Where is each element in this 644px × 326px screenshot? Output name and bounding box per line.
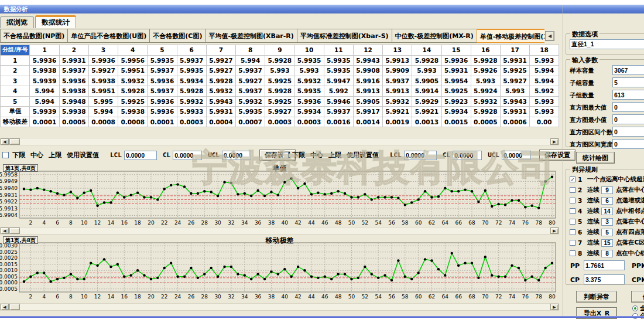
table-cell[interactable]: 5.9931 (206, 107, 235, 117)
data-point[interactable] (491, 205, 493, 208)
table-cell[interactable]: 5.9925 (265, 96, 294, 107)
table-cell[interactable]: 5.9905 (353, 96, 382, 107)
table-cell[interactable]: 5.9943 (500, 96, 529, 107)
rule-checkbox[interactable] (570, 208, 576, 214)
data-point[interactable] (129, 274, 132, 276)
save-image-button[interactable]: 保 (631, 291, 644, 303)
data-point[interactable] (176, 183, 179, 185)
table-cell[interactable]: 5.9924 (471, 86, 500, 97)
table-cell[interactable]: 0.0019 (383, 117, 412, 127)
table-cell[interactable]: 5.994 (530, 66, 559, 76)
radio-selected-icon[interactable] (632, 305, 638, 311)
rule-checkbox[interactable] (570, 229, 576, 235)
table-cell[interactable]: 5.9928 (265, 55, 294, 66)
data-point[interactable] (223, 266, 225, 268)
data-point[interactable] (324, 193, 326, 195)
scroll-right-icon[interactable]: ▶ (550, 304, 559, 310)
table-cell[interactable]: 0.0005 (471, 117, 500, 127)
table-cell[interactable]: 5.993 (412, 66, 441, 76)
table-cell[interactable]: 5.993 (500, 86, 529, 97)
radio-option-1[interactable]: 全 (632, 304, 644, 313)
data-point[interactable] (377, 196, 379, 198)
data-point[interactable] (136, 192, 139, 194)
cl-input[interactable] (453, 151, 482, 160)
data-point[interactable] (109, 266, 112, 268)
data-point[interactable] (223, 181, 225, 184)
data-point[interactable] (256, 273, 259, 275)
subtab[interactable]: 平均值标准差控制图(Xbar-S) (297, 29, 392, 43)
data-point[interactable] (404, 276, 406, 278)
table-cell[interactable]: 0.0013 (412, 117, 441, 127)
table-cell[interactable]: 5.9931 (441, 66, 471, 76)
chart-scrollbar-thumb[interactable] (9, 304, 20, 310)
data-point[interactable] (256, 189, 259, 192)
table-cell[interactable]: 5.9913 (383, 55, 412, 66)
table-cell[interactable]: 5.9928 (412, 55, 441, 66)
data-point[interactable] (230, 266, 232, 268)
data-point[interactable] (410, 278, 413, 280)
judge-anomaly-button[interactable]: 判断异常 (576, 291, 617, 303)
data-point[interactable] (350, 196, 352, 198)
table-cell[interactable]: 5.9927 (236, 76, 265, 86)
table-cell[interactable]: 0.0001 (148, 117, 177, 127)
data-point[interactable] (217, 195, 219, 197)
table-cell[interactable]: 5.9928 (206, 76, 235, 86)
data-point[interactable] (518, 267, 520, 269)
param-input[interactable] (612, 65, 644, 75)
table-cell[interactable]: 5.9951 (88, 86, 118, 97)
data-point[interactable] (457, 190, 460, 192)
data-point[interactable] (424, 258, 426, 260)
table-cell[interactable]: 5.9937 (148, 86, 177, 97)
data-point[interactable] (263, 278, 266, 280)
data-point[interactable] (63, 193, 65, 196)
data-point[interactable] (83, 278, 85, 280)
table-cell[interactable]: 5.9954 (441, 76, 471, 86)
rule-count-input[interactable] (601, 229, 613, 236)
table-cell[interactable]: 5.9938 (59, 86, 88, 97)
data-point[interactable] (56, 192, 59, 195)
table-cell[interactable]: 5.9916 (353, 76, 382, 86)
table-cell[interactable]: 0.0007 (236, 117, 265, 127)
data-point[interactable] (70, 273, 72, 275)
table-cell[interactable]: 0.0003 (294, 117, 324, 127)
subtab[interactable]: 中位数-极差控制图(MX-R) (392, 29, 477, 43)
table-cell[interactable]: 5.995 (88, 96, 118, 107)
table-cell[interactable]: 5.9932 (118, 76, 148, 86)
table-cell[interactable]: 5.994 (88, 107, 118, 117)
data-point[interactable] (531, 276, 533, 278)
data-point[interactable] (544, 180, 546, 182)
data-point[interactable] (383, 274, 386, 276)
table-cell[interactable]: 5.9935 (148, 55, 177, 66)
data-point[interactable] (357, 277, 359, 279)
data-point[interactable] (183, 276, 186, 278)
table-cell[interactable]: 5.9932 (206, 86, 235, 97)
data-point[interactable] (76, 197, 78, 199)
param-input[interactable] (612, 114, 644, 124)
lcl-input[interactable] (404, 151, 437, 160)
data-point[interactable] (96, 205, 98, 207)
table-cell[interactable]: 5.9929 (412, 96, 441, 107)
data-point[interactable] (277, 273, 279, 275)
data-point[interactable] (397, 259, 399, 262)
data-point[interactable] (524, 206, 526, 208)
data-point[interactable] (117, 192, 119, 194)
data-point[interactable] (210, 267, 212, 269)
use-setting-checkbox[interactable] (282, 152, 289, 158)
table-cell[interactable]: 0.0005 (59, 117, 88, 127)
rule-count-input[interactable] (601, 218, 613, 226)
data-point[interactable] (310, 193, 313, 195)
table-cell[interactable]: 5.9928 (177, 86, 206, 97)
data-point[interactable] (83, 192, 85, 194)
data-point[interactable] (43, 188, 45, 191)
table-cell[interactable]: 5.9939 (30, 107, 59, 117)
data-point[interactable] (464, 188, 466, 191)
table-cell[interactable]: 5.994 (30, 86, 59, 97)
scroll-right-icon[interactable]: ▶ (550, 227, 559, 234)
table-cell[interactable]: 5.9943 (206, 96, 235, 107)
data-point[interactable] (330, 278, 333, 280)
data-point[interactable] (551, 262, 553, 264)
data-point[interactable] (471, 262, 473, 264)
table-cell[interactable]: 5.9936 (59, 76, 88, 86)
cp-value-input[interactable] (584, 274, 625, 284)
tab-data-statistics[interactable]: 数据统计 (35, 15, 76, 28)
